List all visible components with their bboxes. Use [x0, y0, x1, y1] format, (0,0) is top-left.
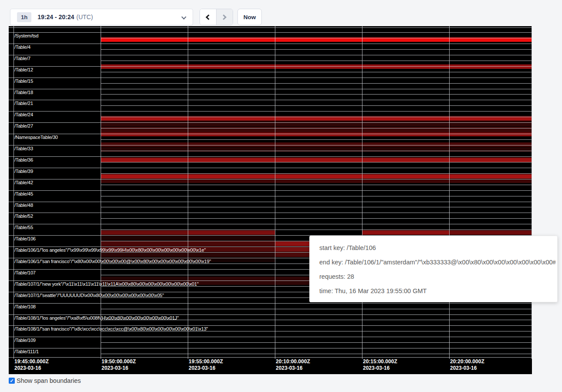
span-boundary-line [9, 357, 532, 358]
x-axis-label: 20:15:00.000Z2023-03-16 [363, 358, 397, 372]
row-label: /Table/107/1/"new york"/"\x11\x11\x11\x1… [14, 281, 199, 287]
span-boundary-line [101, 151, 532, 151]
time-gridline [449, 26, 450, 359]
x-axis-label: 20:10:00.000Z2023-03-16 [276, 358, 310, 372]
row-label: /Table/45 [14, 191, 33, 197]
axis-date: 2023-03-16 [102, 365, 136, 372]
span-boundary-line [9, 111, 532, 112]
span-boundary-line [9, 55, 532, 55]
row-label: /Table/55 [14, 225, 33, 230]
row-label: /Table/108/1/"los angeles"/"\xa8\xf5\u00… [14, 315, 179, 321]
axis-date: 2023-03-16 [189, 365, 223, 372]
axis-date: 2023-03-16 [14, 365, 49, 372]
span-boundary-line [9, 202, 532, 202]
span-boundary-line [9, 156, 532, 157]
span-boundary-line [9, 89, 532, 89]
span-boundary-line [101, 173, 532, 174]
row-label: /Table/106/1/"los angeles"/"\x99\x99\x99… [14, 247, 206, 253]
next-time-button[interactable] [217, 9, 233, 25]
heat-band[interactable] [101, 147, 532, 152]
heatmap-tooltip: start key: /Table/106 end key: /Table/10… [309, 236, 558, 302]
row-label: /Table/33 [14, 146, 33, 152]
row-label: /Table/18 [14, 90, 33, 95]
axis-time: 20:20:00.000Z [450, 358, 484, 365]
span-boundary-line [9, 314, 532, 315]
axis-date: 2023-03-16 [450, 365, 484, 372]
chevron-down-icon [181, 14, 186, 19]
x-axis-label: 19:45:00.000Z2023-03-16 [14, 358, 49, 372]
span-boundary-line [9, 44, 532, 44]
span-boundary-line [101, 38, 532, 38]
row-label: /NamespaceTable/30 [14, 135, 58, 140]
heat-band[interactable] [101, 230, 188, 235]
span-boundary-line [101, 94, 532, 95]
row-label: /Table/111/1 [14, 349, 39, 355]
row-label: /Table/107/1/"seattle"/"UUUUUUD\x00\x80\… [14, 293, 164, 298]
x-axis-label: 20:20:00.000Z2023-03-16 [450, 358, 484, 372]
span-boundary-line [9, 337, 532, 337]
span-boundary-line [101, 83, 532, 84]
row-label: /Table/4 [14, 44, 30, 50]
row-label: /Table/109 [14, 338, 36, 343]
timezone-label: (UTC) [76, 14, 93, 20]
row-label: /Table/106/1/"san francisco"/"\x80\x00\x… [14, 259, 211, 264]
axis-time: 19:50:00.000Z [102, 358, 136, 365]
tooltip-time: time: Thu, 16 Mar 2023 19:55:00 GMT [319, 284, 555, 298]
span-boundary-line [9, 179, 532, 179]
row-label: /Table/52 [14, 213, 33, 219]
span-boundary-line [9, 190, 532, 191]
span-boundary-line [101, 218, 532, 219]
span-boundary-line [101, 309, 532, 309]
row-label: /Table/108 [14, 304, 36, 310]
tooltip-end-key: end key: /Table/106/1/"amsterdam"/"\xb33… [319, 255, 555, 270]
x-axis-label: 19:55:00.000Z2023-03-16 [189, 358, 223, 372]
row-label: /Table/12 [14, 67, 33, 73]
span-boundary-line [101, 196, 532, 196]
heat-band[interactable] [101, 179, 532, 183]
time-gridline [101, 26, 101, 359]
span-boundaries-checkbox[interactable]: ✓ Show span boundaries [9, 377, 81, 384]
heat-band[interactable] [101, 142, 532, 147]
span-boundary-line [9, 224, 532, 224]
time-range-label: 19:24 - 20:24 [37, 14, 74, 20]
time-gridline [188, 26, 188, 359]
span-boundary-line [101, 162, 532, 162]
axis-time: 19:55:00.000Z [189, 358, 223, 365]
row-label: /Table/106 [14, 236, 36, 242]
heat-band[interactable] [101, 174, 532, 179]
span-boundary-line [9, 122, 532, 123]
tooltip-requests: requests: 28 [319, 270, 555, 284]
time-gridline [14, 26, 14, 359]
span-boundary-line [9, 348, 532, 348]
span-boundary-line [101, 117, 532, 117]
tooltip-start-key: start key: /Table/106 [319, 241, 555, 255]
axis-time: 20:10:00.000Z [276, 358, 310, 365]
row-label: /Table/107 [14, 270, 36, 276]
span-boundary-line [9, 78, 532, 78]
row-label: /Table/42 [14, 180, 33, 186]
span-boundary-line [9, 66, 532, 67]
checkbox-label[interactable]: Show span boundaries [17, 377, 81, 384]
axis-date: 2023-03-16 [363, 365, 397, 372]
row-label: /Table/48 [14, 203, 33, 208]
span-boundary-line [9, 213, 532, 213]
row-label: /Table/39 [14, 169, 33, 174]
time-range-selector[interactable]: 1h 19:24 - 20:24 (UTC) [10, 9, 193, 25]
heat-band[interactable] [188, 230, 275, 235]
heat-band[interactable] [101, 127, 532, 132]
span-boundary-line [101, 139, 532, 140]
heat-band[interactable] [449, 230, 532, 235]
now-button[interactable]: Now [237, 9, 262, 25]
heat-band[interactable] [101, 121, 532, 126]
prev-time-button[interactable] [200, 9, 217, 25]
checkbox-checked-icon[interactable]: ✓ [9, 378, 15, 384]
span-boundary-line [101, 105, 532, 106]
time-gridline [275, 26, 275, 359]
span-boundary-line [101, 342, 532, 343]
chevron-right-icon [221, 14, 227, 20]
heatmap-canvas[interactable]: /System/tsd/Table/4/Table/7/Table/12/Tab… [9, 26, 532, 374]
time-nav-group [200, 9, 233, 25]
heat-band[interactable] [362, 230, 449, 235]
span-boundary-line [101, 354, 532, 354]
span-boundary-line [9, 100, 532, 100]
